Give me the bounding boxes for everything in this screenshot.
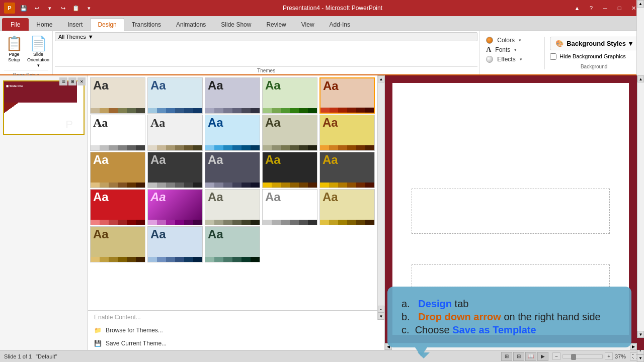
- theme-item-t22[interactable]: Aa: [147, 226, 203, 262]
- zoom-in-btn[interactable]: +: [605, 352, 613, 360]
- slide-orientation-btn[interactable]: 📄 SlideOrientation ▾: [27, 33, 49, 70]
- themes-filter-arrow: ▼: [88, 34, 94, 40]
- panel-view-btn[interactable]: ☰: [59, 77, 67, 85]
- theme-item-t1[interactable]: Aa: [90, 77, 145, 114]
- minimize-btn[interactable]: ─: [599, 3, 612, 13]
- theme-strip-t9: [263, 145, 317, 150]
- slideshow-btn[interactable]: ▶: [537, 352, 548, 361]
- slide-sorter-btn[interactable]: ⊟: [513, 352, 524, 361]
- gallery-scroll-track: [378, 82, 384, 306]
- theme-item-t14[interactable]: Aa: [262, 152, 317, 188]
- colors-row: Colors ▾: [486, 37, 536, 44]
- theme-item-t15[interactable]: Aa: [319, 152, 375, 188]
- tab-home[interactable]: Home: [29, 18, 60, 31]
- theme-aa-t18: Aa: [205, 190, 260, 205]
- theme-item-t3[interactable]: Aa: [205, 77, 260, 114]
- theme-strip-t4: [263, 108, 317, 113]
- theme-aa-t22: Aa: [148, 227, 202, 242]
- slide-thumb-preview: ◼ Slide title P: [4, 81, 77, 134]
- fonts-row: A Fonts ▾: [486, 46, 536, 54]
- background-group-label: Background: [550, 64, 638, 69]
- chevron-up-btn[interactable]: ▲: [571, 3, 584, 13]
- theme-item-t9[interactable]: Aa: [262, 115, 317, 151]
- gallery-scroll-thumb[interactable]: ▪: [378, 306, 384, 313]
- tab-file[interactable]: File: [2, 18, 29, 31]
- tab-slideshow[interactable]: Slide Show: [213, 18, 259, 31]
- tab-design[interactable]: Design: [90, 18, 124, 31]
- theme-item-t13[interactable]: Aa: [205, 152, 260, 188]
- tab-transitions[interactable]: Transitions: [124, 18, 169, 31]
- browse-themes-item[interactable]: 📁 Browse for Themes...: [88, 324, 384, 337]
- theme-item-t18[interactable]: Aa: [205, 189, 260, 225]
- colors-btn[interactable]: Colors: [497, 37, 515, 44]
- page-setup-btn[interactable]: 📋 PageSetup: [3, 33, 25, 70]
- theme-item-t6[interactable]: Aa: [90, 115, 145, 151]
- slide-thumbnail[interactable]: ◼ Slide title P: [3, 80, 85, 135]
- themes-group-label: Themes: [55, 66, 477, 73]
- theme-item-t4[interactable]: Aa: [262, 77, 317, 114]
- save-theme-item[interactable]: 💾 Save Current Theme...: [88, 337, 384, 350]
- theme-strip-t21: [91, 257, 145, 262]
- theme-strip-t12: [148, 183, 202, 188]
- zoom-out-btn[interactable]: −: [552, 352, 560, 360]
- tab-addins[interactable]: Add-Ins: [322, 18, 358, 31]
- normal-view-btn[interactable]: ⊞: [501, 352, 512, 361]
- page-setup-label: PageSetup: [8, 52, 20, 63]
- panel-list-btn[interactable]: ⊞: [68, 77, 76, 85]
- gallery-scroll-down[interactable]: ▼: [378, 313, 384, 320]
- redo-btn[interactable]: ↪: [57, 3, 68, 13]
- themes-scroll-down[interactable]: ▼: [637, 354, 644, 362]
- theme-item-t20[interactable]: Aa: [319, 189, 375, 225]
- slide-count: Slide 1 of 1: [4, 353, 32, 359]
- hide-bg-checkbox[interactable]: [550, 53, 556, 60]
- theme-item-t5[interactable]: Aa: [319, 77, 375, 114]
- panel-close-btn[interactable]: ✕: [77, 77, 86, 85]
- ribbon-group-page-setup: 📋 PageSetup 📄 SlideOrientation ▾ Page Se…: [0, 31, 53, 74]
- canvas-scroll-right[interactable]: ▶: [630, 343, 637, 350]
- tab-view[interactable]: View: [294, 18, 322, 31]
- slide-title-placeholder[interactable]: [412, 189, 610, 234]
- status-right: ⊞ ⊟ 📖 ▶ − + 37% ⛶: [501, 352, 640, 361]
- tab-review[interactable]: Review: [259, 18, 293, 31]
- themes-scroll-up[interactable]: ▲: [637, 0, 644, 8]
- undo-arrow-btn[interactable]: ▾: [44, 3, 55, 13]
- theme-item-t17[interactable]: Aa: [147, 189, 203, 225]
- slide-content-placeholder[interactable]: [412, 264, 610, 287]
- theme-item-t12[interactable]: Aa: [147, 152, 203, 188]
- enable-content-item[interactable]: Enable Content...: [88, 311, 384, 324]
- hide-background-row: Hide Background Graphics: [550, 53, 638, 60]
- themes-filter-btn[interactable]: All Themes ▼: [55, 32, 477, 41]
- theme-strip-t8: [205, 145, 260, 150]
- canvas-scroll-up[interactable]: ▲: [637, 75, 644, 82]
- reading-view-btn[interactable]: 📖: [525, 352, 536, 361]
- theme-item-t2[interactable]: Aa: [147, 77, 203, 114]
- theme-item-t16[interactable]: Aa: [90, 189, 145, 225]
- undo-btn[interactable]: ↩: [31, 3, 42, 13]
- maximize-btn[interactable]: □: [613, 3, 626, 13]
- theme-item-t23[interactable]: Aa: [205, 226, 260, 262]
- theme-item-t11[interactable]: Aa: [90, 152, 145, 188]
- save-quick-btn[interactable]: 💾: [18, 3, 29, 13]
- theme-item-t21[interactable]: Aa: [90, 226, 145, 262]
- tooltip-save-highlight: Save as Template: [452, 324, 536, 335]
- more-qa-btn[interactable]: 📋: [70, 3, 82, 13]
- theme-item-t7[interactable]: Aa: [147, 115, 203, 151]
- qa-dropdown-btn[interactable]: ▾: [84, 3, 95, 13]
- canvas-scroll-down[interactable]: ▼: [637, 331, 644, 338]
- tab-animations[interactable]: Animations: [169, 18, 213, 31]
- gallery-scroll-up[interactable]: ▲: [378, 75, 384, 82]
- zoom-slider-thumb[interactable]: [571, 354, 576, 360]
- tab-insert[interactable]: Insert: [60, 18, 90, 31]
- effects-btn[interactable]: Effects: [497, 56, 515, 63]
- theme-aa-t20: Aa: [320, 190, 374, 205]
- theme-item-t8[interactable]: Aa: [205, 115, 260, 151]
- help-btn[interactable]: ?: [585, 3, 598, 13]
- main-themes-grid: AaAaAaAaAaAaAaAaAaAaAaAaAaAaAaAaAaAaAaAa…: [90, 77, 382, 262]
- zoom-slider[interactable]: [562, 354, 603, 358]
- bg-styles-label: Background Styles: [567, 40, 626, 47]
- fonts-btn[interactable]: Fonts: [495, 46, 510, 53]
- background-styles-btn[interactable]: 🎨 Background Styles ▾: [550, 37, 638, 50]
- theme-item-t10[interactable]: Aa: [319, 115, 375, 151]
- theme-item-t19[interactable]: Aa: [262, 189, 317, 225]
- theme-aa-t3: Aa: [205, 78, 260, 93]
